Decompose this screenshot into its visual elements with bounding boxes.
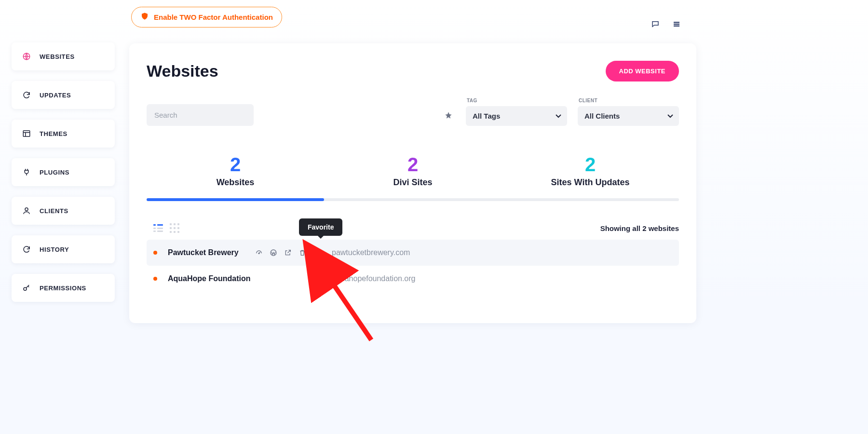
external-link-icon[interactable] xyxy=(284,248,292,257)
client-filter-label: CLIENT xyxy=(579,98,679,103)
star-icon[interactable] xyxy=(312,248,321,257)
view-toggles xyxy=(153,223,179,233)
dashboard-icon[interactable] xyxy=(255,248,263,257)
sidebar-item-plugins[interactable]: PLUGINS xyxy=(12,158,115,186)
site-url: aquahopefoundation.org xyxy=(332,274,416,283)
plug-icon xyxy=(22,168,31,176)
stats-tabs: 2 Websites 2 Divi Sites 2 Sites With Upd… xyxy=(147,149,679,198)
stat-label: Divi Sites xyxy=(324,177,502,188)
sidebar-item-label: CLIENTS xyxy=(40,207,68,215)
stat-label: Sites With Updates xyxy=(502,177,679,188)
sidebar-item-clients[interactable]: CLIENTS xyxy=(12,197,115,225)
stat-count: 2 xyxy=(502,154,679,176)
history-icon xyxy=(22,245,31,254)
chat-icon[interactable] xyxy=(651,20,660,30)
filter-row: TAG All Tags CLIENT All Clients xyxy=(147,98,679,126)
row-actions xyxy=(255,248,321,257)
search-wrap xyxy=(147,104,254,126)
globe-icon xyxy=(22,52,31,61)
svg-rect-1 xyxy=(23,131,30,136)
wordpress-icon[interactable] xyxy=(269,248,278,257)
status-dot xyxy=(153,251,157,255)
two-factor-banner[interactable]: Enable TWO Factor Authentication xyxy=(131,7,282,27)
stat-label: Websites xyxy=(147,177,324,188)
website-list: Favorite Pawtucket Brewery pawtucketbrew… xyxy=(147,240,679,292)
sidebar-item-updates[interactable]: UPDATES xyxy=(12,81,115,109)
svg-point-4 xyxy=(258,253,259,254)
tag-filter-label: TAG xyxy=(467,98,567,103)
svg-point-2 xyxy=(25,208,28,211)
sidebar-item-label: UPDATES xyxy=(40,92,71,99)
favorite-tooltip: Favorite xyxy=(299,218,342,236)
site-name: Pawtucket Brewery xyxy=(168,248,255,257)
site-url: pawtucketbrewery.com xyxy=(332,248,410,257)
sidebar-item-history[interactable]: HISTORY xyxy=(12,235,115,263)
stat-count: 2 xyxy=(324,154,502,176)
tag-filter-select[interactable]: All Tags xyxy=(466,106,567,126)
favorites-filter-button[interactable] xyxy=(445,111,455,126)
tab-divi-sites[interactable]: 2 Divi Sites xyxy=(324,149,502,198)
sidebar-item-websites[interactable]: WEBSITES xyxy=(12,42,115,70)
sidebar: WEBSITES UPDATES THEMES PLUGINS CLIENTS xyxy=(12,42,115,302)
person-icon xyxy=(22,206,31,215)
site-name: AquaHope Foundation xyxy=(168,274,332,283)
status-dot xyxy=(153,277,157,281)
refresh-icon xyxy=(22,91,31,99)
header-utility-icons xyxy=(651,20,681,30)
sidebar-item-label: HISTORY xyxy=(40,246,69,253)
grid-view-toggle[interactable] xyxy=(170,223,179,233)
tab-websites[interactable]: 2 Websites xyxy=(147,149,324,198)
table-row[interactable]: AquaHope Foundation aquahopefoundation.o… xyxy=(147,266,679,292)
lock-shield-icon xyxy=(140,12,149,22)
tag-filter-group: TAG All Tags xyxy=(466,98,567,126)
websites-card: Websites ADD WEBSITE TAG All Tags xyxy=(129,43,696,323)
layout-icon xyxy=(22,129,31,138)
key-icon xyxy=(22,284,31,292)
client-filter-select[interactable]: All Clients xyxy=(578,106,679,126)
trash-icon[interactable] xyxy=(298,248,307,257)
tab-indicator xyxy=(147,198,324,201)
menu-icon[interactable] xyxy=(672,20,681,30)
sidebar-item-permissions[interactable]: PERMISSIONS xyxy=(12,274,115,302)
add-website-button[interactable]: ADD WEBSITE xyxy=(606,61,679,81)
sidebar-item-label: WEBSITES xyxy=(40,53,75,60)
search-input[interactable] xyxy=(147,104,254,126)
tab-sites-with-updates[interactable]: 2 Sites With Updates xyxy=(502,149,679,198)
table-row[interactable]: Favorite Pawtucket Brewery pawtucketbrew… xyxy=(147,240,679,266)
sidebar-item-themes[interactable]: THEMES xyxy=(12,120,115,148)
client-filter-group: CLIENT All Clients xyxy=(578,98,679,126)
list-view-toggle[interactable] xyxy=(153,224,163,232)
svg-point-3 xyxy=(24,287,27,290)
sidebar-item-label: THEMES xyxy=(40,130,68,137)
stat-count: 2 xyxy=(147,154,324,176)
two-factor-label: Enable TWO Factor Authentication xyxy=(154,13,273,21)
top-banner: Enable TWO Factor Authentication xyxy=(129,19,696,40)
results-count: Showing all 2 websites xyxy=(600,224,679,232)
page-title: Websites xyxy=(147,62,218,81)
sidebar-item-label: PLUGINS xyxy=(40,169,69,176)
sidebar-item-label: PERMISSIONS xyxy=(40,285,86,292)
tab-indicator-track xyxy=(147,198,679,201)
